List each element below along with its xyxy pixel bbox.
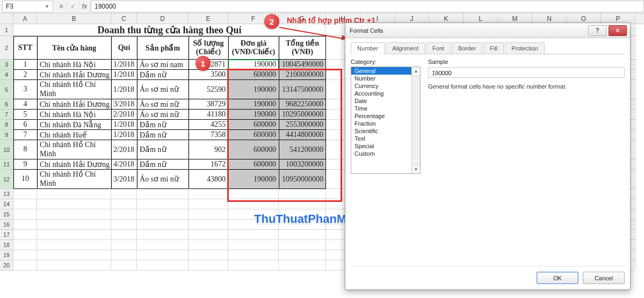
row-header-11[interactable]: 11 xyxy=(0,159,13,170)
cell-dongia[interactable]: 190000 xyxy=(228,110,279,120)
category-item-currency[interactable]: Currency xyxy=(351,82,420,90)
cell[interactable] xyxy=(137,220,189,230)
cell-sp[interactable]: Đầm nữ xyxy=(137,159,189,170)
cell[interactable] xyxy=(13,209,37,220)
cell-sp[interactable]: Áo sơ mi nữ xyxy=(137,170,189,189)
dialog-close-button[interactable]: ✕ xyxy=(609,25,627,36)
category-item-fraction[interactable]: Fraction xyxy=(351,120,420,127)
cell-stt[interactable]: 6 xyxy=(13,120,37,130)
cell-tongtien[interactable]: 541200000 xyxy=(279,140,326,159)
cell-dongia[interactable]: 600000 xyxy=(228,70,279,80)
cell[interactable] xyxy=(137,199,189,209)
row-header-2[interactable]: 2 xyxy=(0,36,13,60)
cell[interactable] xyxy=(279,250,326,260)
cell-ten[interactable]: Chi nhánh Hà Nội xyxy=(37,60,111,70)
cell[interactable] xyxy=(37,199,111,209)
cell-dongia[interactable]: 600000 xyxy=(228,130,279,140)
cell[interactable] xyxy=(37,220,111,230)
row-header-16[interactable]: 16 xyxy=(0,220,13,230)
row-header-12[interactable]: 12 xyxy=(0,170,13,189)
dialog-help-button[interactable]: ? xyxy=(588,25,606,36)
row-header-13[interactable]: 13 xyxy=(0,189,13,199)
category-item-time[interactable]: Time xyxy=(351,105,420,112)
header-qui[interactable]: Quí xyxy=(111,36,137,60)
tab-number[interactable]: Number xyxy=(351,42,385,54)
cell-dongia[interactable]: 190000 xyxy=(228,60,279,70)
cell[interactable] xyxy=(137,230,189,240)
cell-qui[interactable]: 1/2018 xyxy=(111,70,137,80)
cell-dongia[interactable]: 190000 xyxy=(228,170,279,189)
cell-sp[interactable]: Đầm nữ xyxy=(137,140,189,159)
fx-button[interactable]: fx xyxy=(79,1,91,12)
column-header-C[interactable]: C xyxy=(111,13,137,24)
cell-stt[interactable]: 4 xyxy=(13,99,37,110)
cell-ten[interactable]: Chi nhánh Hải Dương xyxy=(37,99,111,110)
tab-fill[interactable]: Fill xyxy=(483,42,504,54)
row-header-7[interactable]: 7 xyxy=(0,110,13,120)
cell-sl[interactable]: 43800 xyxy=(189,170,228,189)
cell-stt[interactable]: 9 xyxy=(13,159,37,170)
cell[interactable] xyxy=(279,189,326,199)
row-header-9[interactable]: 9 xyxy=(0,130,13,140)
cell[interactable] xyxy=(111,230,137,240)
cell[interactable] xyxy=(137,189,189,199)
cell-tongtien[interactable]: 10950000000 xyxy=(279,170,326,189)
cell-stt[interactable]: 10 xyxy=(13,170,37,189)
cell-sp[interactable]: Áo sơ mi nữ xyxy=(137,110,189,120)
cell-ten[interactable]: Chi nhánh Hồ Chí Minh xyxy=(37,140,111,159)
cell[interactable] xyxy=(111,260,137,271)
cell-sp[interactable]: Áo sơ mi nữ xyxy=(137,99,189,110)
cell-sl[interactable]: 38729 xyxy=(189,99,228,110)
cell[interactable] xyxy=(279,230,326,240)
cell-tongtien[interactable]: 10295000000 xyxy=(279,110,326,120)
tab-border[interactable]: Border xyxy=(452,42,482,54)
cell-ten[interactable]: Chi nhánh Đà Nẵng xyxy=(37,120,111,130)
cell-sp[interactable]: Áo sơ mi nữ xyxy=(137,80,189,99)
cell-stt[interactable]: 7 xyxy=(13,130,37,140)
cell[interactable] xyxy=(13,199,37,209)
cell[interactable] xyxy=(137,240,189,250)
cell[interactable] xyxy=(189,189,228,199)
cell-ten[interactable]: Chi nhánh Hồ Chí Minh xyxy=(37,80,111,99)
cell[interactable] xyxy=(189,220,228,230)
confirm-formula-button[interactable]: ✓ xyxy=(67,1,79,12)
row-header-10[interactable]: 10 xyxy=(0,140,13,159)
name-box[interactable]: F3 ▼ xyxy=(2,1,53,12)
cell[interactable] xyxy=(137,250,189,260)
row-header-14[interactable]: 14 xyxy=(0,199,13,209)
cell[interactable] xyxy=(189,209,228,220)
cell-sp[interactable]: Đầm nữ xyxy=(137,130,189,140)
category-list[interactable]: GeneralNumberCurrencyAccountingDateTimeP… xyxy=(351,67,421,174)
cell[interactable] xyxy=(279,199,326,209)
row-header-8[interactable]: 8 xyxy=(0,120,13,130)
dialog-titlebar[interactable]: Format Cells ? ✕ xyxy=(345,23,630,38)
cell-sl[interactable]: 7358 xyxy=(189,130,228,140)
category-item-percentage[interactable]: Percentage xyxy=(351,112,420,120)
tab-font[interactable]: Font xyxy=(426,42,451,54)
cell[interactable] xyxy=(13,230,37,240)
category-item-accounting[interactable]: Accounting xyxy=(351,90,420,97)
cell-stt[interactable]: 2 xyxy=(13,70,37,80)
cell-dongia[interactable]: 600000 xyxy=(228,120,279,130)
cell[interactable] xyxy=(37,230,111,240)
category-item-date[interactable]: Date xyxy=(351,97,420,105)
cell-tongtien[interactable]: 4414800000 xyxy=(279,130,326,140)
cell[interactable] xyxy=(189,250,228,260)
scroll-down-icon[interactable]: ▼ xyxy=(412,165,420,173)
header-sanpham[interactable]: Sản phẩm xyxy=(137,36,189,60)
cell-tongtien[interactable]: 2100000000 xyxy=(279,70,326,80)
cell[interactable] xyxy=(228,189,279,199)
cell[interactable] xyxy=(228,260,279,271)
cell[interactable] xyxy=(228,230,279,240)
row-header-15[interactable]: 15 xyxy=(0,209,13,220)
row-header-17[interactable]: 17 xyxy=(0,230,13,240)
cell-qui[interactable]: 2/2018 xyxy=(111,140,137,159)
cell[interactable] xyxy=(279,240,326,250)
cell[interactable] xyxy=(228,240,279,250)
cell-qui[interactable]: 1/2018 xyxy=(111,80,137,99)
cell-ten[interactable]: Chi nhánh Hồ Chí Minh xyxy=(37,170,111,189)
select-all-corner[interactable] xyxy=(0,13,13,24)
tab-protection[interactable]: Protection xyxy=(505,42,545,54)
cell[interactable] xyxy=(13,220,37,230)
cell[interactable] xyxy=(111,189,137,199)
